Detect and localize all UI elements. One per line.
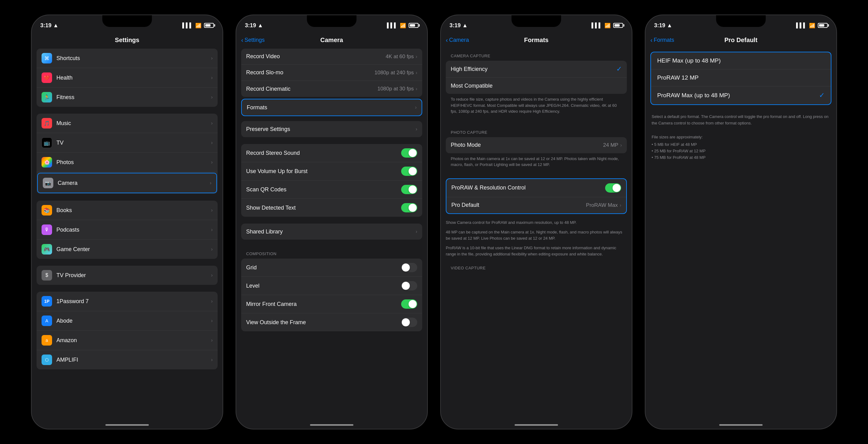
camera-item-formats[interactable]: Formats › — [242, 99, 422, 115]
settings-item-amazon[interactable]: a Amazon › — [37, 331, 218, 350]
camera-group-preserve: Preserve Settings › — [241, 121, 422, 137]
prodefault-option-proraw12[interactable]: ProRAW 12 MP — [651, 69, 831, 87]
settings-item-podcasts[interactable]: 🎙 Podcasts › — [37, 220, 218, 240]
health-label: Health — [56, 75, 211, 81]
tv-icon: 📺 — [41, 137, 52, 148]
mirrorf-toggle[interactable] — [401, 299, 417, 309]
settings-item-tvprovider[interactable]: $ TV Provider › — [37, 266, 218, 285]
settings-item-abode[interactable]: A Abode › — [37, 311, 218, 331]
nav-back-2[interactable]: ‹ Settings — [241, 37, 265, 44]
status-left-3: 3:19 ▲ — [450, 22, 468, 29]
filesizes-title: File sizes are approximately: — [652, 134, 830, 141]
recordslomo-label: Record Slo-mo — [246, 69, 374, 76]
settings-item-camera[interactable]: 📷 Camera › — [37, 173, 217, 193]
nav-back-4[interactable]: ‹ Formats — [650, 37, 674, 44]
camera-item-volumeup[interactable]: Use Volume Up for Burst — [241, 162, 422, 180]
location-icon-1: ▲ — [53, 22, 59, 29]
time-1: 3:19 — [40, 22, 52, 29]
filesizes-item-0: • 5 MB for HEIF at 48 MP — [652, 141, 830, 148]
recordstereo-toggle[interactable] — [401, 148, 417, 158]
camera-item-preserve[interactable]: Preserve Settings › — [241, 121, 422, 137]
camera-card-shared: Shared Library › — [241, 224, 422, 240]
camera-chevron: › — [210, 180, 211, 186]
battery-fill-4 — [819, 24, 824, 27]
settings-item-tv[interactable]: 📺 TV › — [37, 133, 218, 152]
settings-item-fitness[interactable]: 🏃 Fitness › — [37, 88, 218, 107]
camera-item-sharedlibrary[interactable]: Shared Library › — [241, 224, 422, 240]
time-2: 3:19 — [245, 22, 256, 29]
formats-item-photomode[interactable]: Photo Mode 24 MP › — [446, 137, 627, 153]
nav-back-3[interactable]: ‹ Camera — [446, 37, 469, 44]
formats-label: Formats — [247, 104, 415, 111]
settings-item-shortcuts[interactable]: ⌘ Shortcuts › — [37, 48, 218, 68]
mirrorf-label: Mirror Front Camera — [246, 301, 401, 307]
settings-item-gamecenter[interactable]: 🎮 Game Center › — [37, 240, 218, 259]
status-right-4: ▌▌▌ 📶 — [796, 23, 828, 29]
showdetected-toggle[interactable] — [401, 203, 417, 212]
gamecenter-icon: 🎮 — [41, 244, 52, 254]
settings-item-health[interactable]: ❤️ Health › — [37, 68, 218, 88]
volumeup-toggle[interactable] — [401, 167, 417, 176]
1password-icon: 1P — [41, 296, 52, 307]
composition-label: COMPOSITION — [236, 246, 427, 259]
level-toggle[interactable] — [401, 281, 417, 291]
recordstereo-knob — [409, 149, 416, 157]
1password-chevron: › — [211, 299, 213, 304]
battery-fill-1 — [205, 24, 211, 27]
formats-item-mostcompat[interactable]: Most Compatible — [446, 78, 627, 94]
abode-icon: A — [41, 315, 52, 326]
camera-item-recordcinematic[interactable]: Record Cinematic 1080p at 30 fps › — [241, 81, 422, 97]
formats-item-proraw-control[interactable]: ProRAW & Resolution Control — [446, 179, 626, 197]
battery-icon-3 — [613, 23, 623, 28]
settings-group-3: 📚 Books › 🎙 Podcasts › 🎮 Game Ce — [37, 201, 218, 259]
photo-capture-info: Photos on the Main camera at 1x can be s… — [446, 153, 627, 172]
camera-item-scanqr[interactable]: Scan QR Codes — [241, 180, 422, 199]
nav-title-3: Formats — [524, 37, 549, 44]
formats-item-higheff[interactable]: High Efficiency ✓ — [446, 61, 627, 78]
settings-item-books[interactable]: 📚 Books › — [37, 201, 218, 220]
music-glyph: 🎵 — [44, 121, 50, 126]
formats-item-prodefault[interactable]: Pro Default ProRAW Max › — [446, 197, 626, 213]
camera-item-recordvideo[interactable]: Record Video 4K at 60 fps › — [241, 48, 422, 65]
camera-item-grid[interactable]: Grid — [241, 259, 422, 277]
home-indicator-4 — [719, 424, 763, 426]
camera-item-recordstereo[interactable]: Record Stereo Sound — [241, 144, 422, 162]
time-3: 3:19 — [450, 22, 461, 29]
viewoutside-toggle[interactable] — [401, 318, 417, 327]
tvprovider-chevron: › — [211, 272, 213, 278]
nav-bar-3: ‹ Camera Formats — [441, 31, 632, 48]
settings-item-music[interactable]: 🎵 Music › — [37, 114, 218, 133]
camera-label: Camera — [58, 180, 210, 186]
wifi-icon-4: 📶 — [809, 23, 815, 29]
camera-item-showdetected[interactable]: Show Detected Text — [241, 199, 422, 217]
settings-item-photos[interactable]: 🌸 Photos › — [37, 152, 218, 172]
camera-item-level[interactable]: Level — [241, 277, 422, 295]
mostcompat-label: Most Compatible — [451, 83, 622, 89]
proraw-info: Show Camera control for ProRAW and maxim… — [441, 217, 632, 230]
camera-item-recordslomo[interactable]: Record Slo-mo 1080p at 240 fps › — [241, 65, 422, 81]
prodefault-info: Select a default pro format. The Camera … — [645, 110, 836, 130]
recordcinematic-chevron: › — [416, 86, 417, 92]
prodefault-option-heifmax[interactable]: HEIF Max (up to 48 MP) — [651, 52, 831, 69]
camera-item-mirrorf[interactable]: Mirror Front Camera — [241, 295, 422, 313]
settings-item-1password[interactable]: 1P 1Password 7 › — [37, 292, 218, 311]
signal-icon-4: ▌▌▌ — [796, 23, 807, 28]
settings-item-amplifi[interactable]: ⬡ AMPLIFI › — [37, 350, 218, 369]
camera-group-toggles: Record Stereo Sound Use Volume Up for Bu… — [241, 144, 422, 217]
notch-4 — [716, 15, 766, 27]
grid-toggle[interactable] — [401, 263, 417, 272]
scanqr-toggle[interactable] — [401, 185, 417, 194]
recordslomo-chevron: › — [416, 70, 417, 75]
camera-item-viewoutside[interactable]: View Outside the Frame — [241, 313, 422, 331]
proraw-toggle[interactable] — [605, 183, 621, 193]
prorawmax-checkmark: ✓ — [819, 91, 825, 99]
nav-title-4: Pro Default — [724, 37, 757, 44]
prodefault-option-prorawmax[interactable]: ProRAW Max (up to 48 MP) ✓ — [651, 87, 831, 104]
recordslomo-value: 1080p at 240 fps — [374, 70, 414, 76]
preserve-label: Preserve Settings — [246, 126, 416, 133]
settings-group-2: 🎵 Music › 📺 TV › 🌸 Photos — [37, 114, 218, 194]
prodefault-label: Pro Default — [452, 202, 586, 208]
phone-4-prodefault: 3:19 ▲ ▌▌▌ 📶 ‹ Formats Pro Default HEIF … — [645, 14, 837, 430]
amazon-glyph: a — [45, 338, 48, 343]
recordcinematic-value: 1080p at 30 fps — [377, 86, 413, 92]
